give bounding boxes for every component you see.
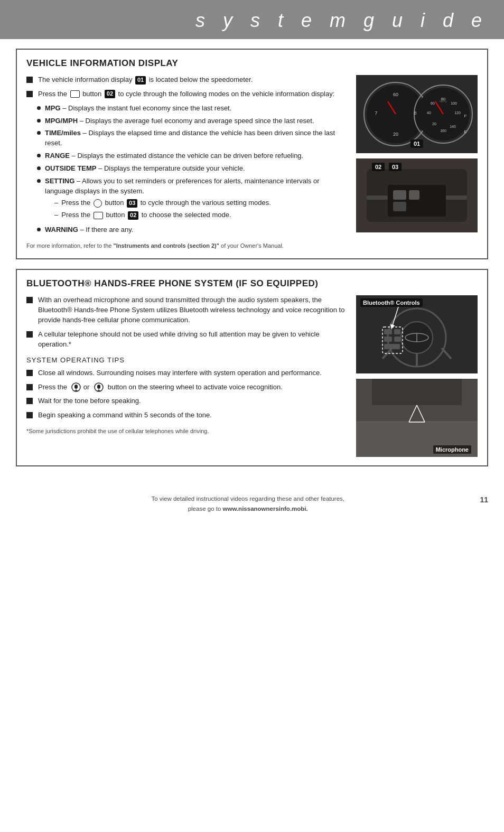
- bullet-icon: [26, 77, 33, 83]
- vehicle-section-title: VEHICLE INFORMATION DISPLAY: [26, 58, 478, 69]
- list-item: TIME/miles – Displays the elapsed time a…: [37, 128, 347, 148]
- badge-02-overlay: 02: [372, 163, 385, 171]
- svg-text:140: 140: [450, 125, 456, 128]
- list-item: – Press the button 02 to choose the sele…: [54, 210, 347, 220]
- list-item: Press the button 02 to cycle through the…: [26, 89, 347, 99]
- arrow-overlay: [356, 295, 478, 373]
- sub-bullet-text: WARNING – If there are any.: [45, 225, 133, 235]
- svg-text:100: 100: [451, 101, 457, 105]
- svg-text:F: F: [464, 114, 467, 118]
- list-item: The vehicle information display 01 is lo…: [26, 75, 347, 85]
- vehicle-images: 60 20 7 8 80 MPH 60 100 40 120 20 140 16…: [356, 75, 478, 250]
- svg-rect-24: [388, 185, 446, 217]
- bullet-icon: [26, 412, 33, 418]
- bullet-text: Begin speaking a command within 5 second…: [38, 410, 212, 420]
- badge-03-overlay: 03: [389, 163, 402, 171]
- sub-bullet-icon: [37, 166, 41, 170]
- bullet-text: The vehicle information display 01 is lo…: [38, 75, 253, 85]
- vehicle-sub-list: MPG – Displays the instant fuel economy …: [26, 104, 347, 235]
- sub-bullet-icon: [37, 228, 41, 231]
- bullet-icon: [26, 370, 33, 376]
- badge-02b: 02: [128, 211, 138, 220]
- list-item: A cellular telephone should not be used …: [26, 330, 347, 350]
- svg-text:8: 8: [414, 110, 416, 116]
- voice-button-icon1: [71, 382, 81, 392]
- sub-bullet-text: MPG/MPH – Displays the average fuel econ…: [45, 116, 314, 126]
- sub-bullet-icon: [37, 154, 41, 157]
- svg-text:60: 60: [431, 101, 435, 105]
- list-item: MPG/MPH – Displays the average fuel econ…: [37, 116, 347, 126]
- sub-sub-text: Press the button 03 to cycle through the…: [61, 198, 271, 208]
- footer-url: www.nissanownersinfo.mobi.: [223, 506, 308, 512]
- sub-bullet-text: TIME/miles – Displays the elapsed time a…: [45, 128, 347, 148]
- bullet-text: Press the or: [38, 382, 283, 392]
- svg-rect-26: [393, 202, 406, 211]
- list-item: RANGE – Displays the estimated distance …: [37, 151, 347, 161]
- bullet-icon: [26, 398, 33, 404]
- svg-text:20: 20: [432, 122, 436, 126]
- bullet-text: Close all windows. Surrounding noises ma…: [38, 368, 322, 378]
- page-footer: 11 To view detailed instructional videos…: [0, 487, 504, 521]
- vehicle-section-inner: The vehicle information display 01 is lo…: [26, 75, 478, 250]
- bluetooth-section-inner: With an overhead microphone and sound tr…: [26, 295, 478, 457]
- bullet-text: With an overhead microphone and sound tr…: [38, 295, 347, 325]
- vehicle-note: For more information, refer to the "Inst…: [26, 241, 347, 250]
- sub-sub-text: Press the button 02 to choose the select…: [61, 210, 231, 220]
- main-content: VEHICLE INFORMATION DISPLAY The vehicle …: [0, 49, 504, 487]
- sub-bullet-icon: [37, 131, 41, 135]
- svg-rect-27: [409, 190, 419, 200]
- svg-text:120: 120: [454, 111, 461, 115]
- svg-text:160: 160: [440, 129, 446, 133]
- page-header: s y s t e m g u i d e: [0, 0, 504, 39]
- svg-rect-54: [372, 379, 462, 405]
- list-item: With an overhead microphone and sound tr…: [26, 295, 347, 325]
- list-item: Begin speaking a command within 5 second…: [26, 410, 347, 420]
- bullet-text: A cellular telephone should not be used …: [38, 330, 347, 350]
- svg-rect-25: [393, 190, 406, 200]
- bullet-text: Wait for the tone before speaking.: [38, 396, 141, 406]
- svg-text:MPH: MPH: [440, 100, 446, 103]
- system-tips-title: SYSTEM OPERATING TIPS: [26, 356, 347, 364]
- bluetooth-section-text: With an overhead microphone and sound tr…: [26, 295, 347, 457]
- vehicle-section-text: The vehicle information display 01 is lo…: [26, 75, 347, 250]
- bluetooth-controls-image: Bluetooth® Controls: [356, 295, 478, 373]
- svg-text:40: 40: [427, 111, 431, 115]
- svg-text:60: 60: [393, 92, 398, 97]
- svg-rect-28: [367, 195, 388, 200]
- bullet-icon: [26, 384, 33, 390]
- sub-bullet-icon: [37, 119, 41, 123]
- bluetooth-footnote: *Some jurisdictions prohibit the use of …: [26, 427, 347, 436]
- microphone-label: Microphone: [433, 445, 471, 454]
- vehicle-section: VEHICLE INFORMATION DISPLAY The vehicle …: [16, 49, 488, 259]
- sub-bullet-text: OUTSIDE TEMP – Displays the temperature …: [45, 164, 245, 174]
- dash-icon: –: [54, 198, 58, 208]
- sub-bullet-text: RANGE – Displays the estimated distance …: [45, 151, 303, 161]
- svg-text:20: 20: [393, 132, 398, 137]
- svg-rect-29: [446, 195, 467, 200]
- setting-sub-list: – Press the button 03 to cycle through t…: [45, 198, 347, 220]
- badge-03: 03: [127, 199, 137, 208]
- circle-button-icon: [94, 199, 102, 208]
- list-item: Close all windows. Surrounding noises ma…: [26, 368, 347, 378]
- bluetooth-images: Bluetooth® Controls: [356, 295, 478, 457]
- footer-text: To view detailed instructional videos re…: [151, 496, 344, 511]
- steering-image: 02 03: [356, 158, 478, 232]
- dash-icon: –: [54, 210, 58, 220]
- sub-bullet-icon: [37, 106, 41, 110]
- badge-01-overlay: 01: [410, 139, 423, 148]
- microphone-image: Microphone: [356, 379, 478, 457]
- svg-text:7: 7: [375, 110, 377, 116]
- badge-01: 01: [135, 76, 146, 85]
- list-item: – Press the button 03 to cycle through t…: [54, 198, 347, 208]
- sub-bullet-text: SETTING – Allows you to set reminders or…: [45, 176, 347, 222]
- sub-bullet-text: MPG – Displays the instant fuel economy …: [45, 104, 231, 114]
- rect-button-icon: [94, 212, 103, 219]
- bluetooth-section: BLUETOOTH® HANDS-FREE PHONE SYSTEM (if s…: [16, 269, 488, 466]
- list-item: Press the or: [26, 382, 347, 392]
- list-item: MPG – Displays the instant fuel economy …: [37, 104, 347, 114]
- badge-02: 02: [105, 90, 115, 98]
- bullet-text: Press the button 02 to cycle through the…: [38, 89, 334, 99]
- bluetooth-section-title: BLUETOOTH® HANDS-FREE PHONE SYSTEM (if s…: [26, 278, 478, 289]
- sub-bullet-icon: [37, 179, 41, 183]
- bullet-icon: [26, 297, 33, 303]
